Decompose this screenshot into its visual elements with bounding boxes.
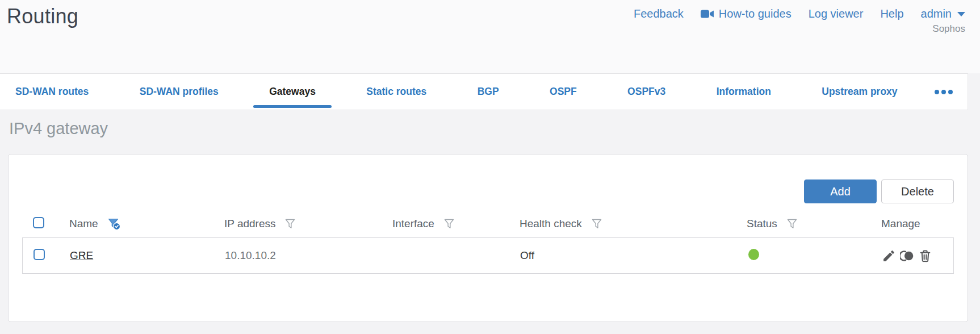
table-header-row: Name IP address Interface (22, 210, 954, 237)
help-label: Help (880, 7, 903, 20)
tab-information[interactable]: Information (701, 74, 787, 110)
gateway-name-link[interactable]: GRE (70, 249, 93, 261)
filter-icon[interactable] (786, 218, 798, 230)
ellipsis-icon[interactable] (932, 74, 955, 110)
ipv4-gateway-card: Add Delete Name IP address (8, 154, 968, 322)
manage-cell (882, 249, 953, 263)
admin-label: admin (921, 7, 952, 20)
section-title: IPv4 gateway (9, 119, 972, 138)
feedback-label: Feedback (634, 7, 684, 20)
howto-guides-label: How-to guides (719, 7, 791, 20)
add-button[interactable]: Add (804, 179, 877, 203)
feedback-link[interactable]: Feedback (634, 7, 684, 20)
help-link[interactable]: Help (880, 7, 903, 20)
top-nav: Feedback How-to guides Log viewer Help a… (634, 7, 965, 20)
tab-sdwan-routes[interactable]: SD-WAN routes (0, 74, 104, 110)
column-header-manage: Manage (881, 218, 920, 230)
log-viewer-link[interactable]: Log viewer (809, 7, 864, 20)
row-checkbox[interactable] (33, 249, 45, 260)
table-body: GRE 10.10.10.2 Off (22, 237, 954, 274)
top-right: Feedback How-to guides Log viewer Help a… (634, 3, 965, 35)
clone-icon[interactable] (900, 249, 914, 263)
tab-upstream-proxy[interactable]: Upstream proxy (806, 74, 913, 110)
ip-address-cell: 10.10.10.2 (225, 249, 393, 262)
column-header-status: Status (747, 218, 777, 230)
tab-static-routes[interactable]: Static routes (350, 74, 442, 110)
tab-bar: SD-WAN routes SD-WAN profiles Gateways S… (0, 73, 968, 110)
tab-ospf[interactable]: OSPF (534, 74, 593, 110)
delete-icon[interactable] (918, 249, 932, 263)
status-dot (748, 249, 759, 260)
tab-bgp[interactable]: BGP (462, 74, 515, 110)
column-header-name: Name (69, 218, 98, 230)
tab-sdwan-profiles[interactable]: SD-WAN profiles (124, 74, 234, 110)
caret-down-icon (957, 12, 965, 16)
top-header: Routing Feedback How-to guides Log viewe… (0, 0, 980, 73)
account-name: Sophos (932, 23, 965, 35)
table-toolbar: Add Delete (22, 179, 954, 203)
main-content: IPv4 gateway Add Delete Name IP address (0, 119, 980, 322)
select-all-checkbox[interactable] (33, 217, 44, 228)
page-title: Routing (7, 5, 78, 28)
video-camera-icon (701, 9, 714, 19)
health-check-cell: Off (520, 249, 747, 262)
column-header-interface: Interface (392, 218, 434, 230)
tab-ospfv3[interactable]: OSPFv3 (612, 74, 681, 110)
table-row: GRE 10.10.10.2 Off (23, 238, 953, 273)
column-header-ip-address: IP address (224, 218, 275, 230)
filter-icon[interactable] (590, 218, 603, 230)
delete-button[interactable]: Delete (881, 179, 954, 203)
filter-icon[interactable] (284, 218, 296, 230)
tab-gateways[interactable]: Gateways (253, 74, 332, 110)
howto-guides-link[interactable]: How-to guides (701, 7, 791, 20)
admin-menu[interactable]: admin (921, 7, 965, 20)
edit-icon[interactable] (882, 249, 896, 263)
log-viewer-label: Log viewer (809, 7, 864, 20)
filter-active-icon[interactable] (107, 216, 122, 231)
filter-icon[interactable] (443, 218, 455, 230)
column-header-health-check: Health check (520, 218, 582, 230)
